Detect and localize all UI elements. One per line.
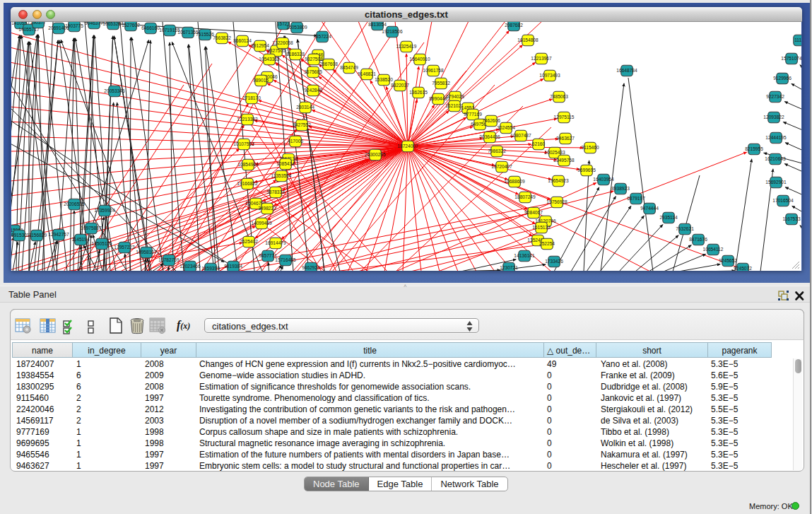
svg-text:9474444: 9474444 — [640, 206, 659, 211]
svg-text:9245652: 9245652 — [719, 258, 737, 263]
svg-text:2867608: 2867608 — [319, 62, 338, 66]
svg-text:991530: 991530 — [11, 233, 27, 238]
svg-text:9115460: 9115460 — [581, 145, 599, 150]
svg-text:7485063: 7485063 — [550, 94, 568, 99]
svg-text:7357224: 7357224 — [313, 34, 331, 39]
svg-text:8471676: 8471676 — [689, 237, 707, 242]
svg-text:6466160: 6466160 — [141, 25, 160, 30]
svg-text:10654112: 10654112 — [703, 247, 724, 252]
svg-text:7625402: 7625402 — [240, 239, 258, 244]
svg-text:16914479: 16914479 — [265, 240, 286, 245]
svg-text:6794028: 6794028 — [446, 94, 464, 99]
svg-text:16154808: 16154808 — [517, 37, 539, 42]
svg-text:6879197: 6879197 — [627, 196, 645, 201]
svg-text:2087682: 2087682 — [505, 23, 523, 28]
svg-text:7462606: 7462606 — [482, 118, 500, 123]
svg-text:10025433: 10025433 — [544, 150, 565, 155]
svg-text:17359924: 17359924 — [94, 208, 115, 213]
svg-text:15720407: 15720407 — [491, 164, 512, 169]
svg-text:10975887: 10975887 — [81, 226, 102, 230]
svg-text:12023466: 12023466 — [180, 264, 201, 269]
svg-text:18807249: 18807249 — [514, 194, 536, 199]
svg-text:11156829: 11156829 — [27, 233, 47, 238]
svg-text:19166822: 19166822 — [237, 181, 258, 186]
svg-text:25300295: 25300295 — [365, 152, 386, 157]
svg-text:10543362: 10543362 — [259, 57, 280, 62]
svg-text:9146821: 9146821 — [358, 71, 376, 76]
svg-text:9699695: 9699695 — [577, 168, 596, 173]
svg-text:62160: 62160 — [532, 141, 546, 146]
svg-text:1145194: 1145194 — [71, 237, 90, 242]
svg-text:7955812: 7955812 — [432, 81, 450, 86]
svg-text:8454749: 8454749 — [340, 65, 358, 70]
svg-text:14099489: 14099489 — [251, 221, 272, 226]
svg-text:10973493: 10973493 — [539, 73, 560, 78]
svg-text:9462920: 9462920 — [302, 265, 320, 270]
svg-text:9457771: 9457771 — [259, 253, 277, 258]
svg-text:15692901: 15692901 — [765, 180, 787, 185]
svg-text:9227342: 9227342 — [766, 94, 784, 99]
svg-text:2718170: 2718170 — [242, 95, 261, 100]
svg-text:13495758: 13495758 — [553, 158, 575, 163]
svg-text:417006: 417006 — [288, 139, 303, 144]
svg-text:3498222: 3498222 — [258, 206, 276, 211]
svg-text:12942757: 12942757 — [48, 232, 69, 237]
svg-text:19756928: 19756928 — [546, 199, 567, 204]
svg-text:15716485: 15716485 — [275, 257, 296, 262]
svg-text:16782759: 16782759 — [158, 257, 180, 262]
svg-text:16210643: 16210643 — [765, 156, 786, 161]
svg-text:20053346: 20053346 — [104, 88, 125, 93]
svg-text:16053809: 16053809 — [286, 25, 307, 30]
svg-text:20364436: 20364436 — [479, 134, 500, 139]
svg-text:12444195: 12444195 — [765, 135, 787, 140]
svg-text:16640910: 16640910 — [409, 57, 430, 62]
svg-text:8990448: 8990448 — [429, 96, 447, 101]
svg-text:11325419: 11325419 — [396, 44, 417, 49]
svg-text:989015: 989015 — [253, 78, 269, 83]
svg-text:10688609: 10688609 — [504, 179, 525, 184]
svg-text:3024554: 3024554 — [497, 125, 515, 130]
svg-text:1112: 1112 — [794, 37, 801, 42]
svg-text:10854944: 10854944 — [237, 162, 259, 167]
svg-text:15751074: 15751074 — [781, 56, 801, 61]
svg-text:8813054: 8813054 — [368, 22, 387, 27]
svg-text:7986322: 7986322 — [488, 148, 506, 153]
svg-text:16648784: 16648784 — [616, 68, 637, 73]
svg-text:9129966: 9129966 — [773, 76, 792, 81]
svg-text:8427552: 8427552 — [293, 122, 311, 127]
svg-text:17957223: 17957223 — [114, 245, 135, 250]
svg-text:8660124: 8660124 — [233, 38, 252, 43]
svg-text:1615132: 1615132 — [532, 225, 551, 230]
svg-text:10807487: 10807487 — [510, 133, 531, 138]
svg-text:12093822: 12093822 — [763, 115, 784, 119]
svg-text:1538520: 1538520 — [375, 77, 393, 82]
svg-text:10961758: 10961758 — [423, 68, 444, 73]
svg-text:1362615: 1362615 — [409, 90, 428, 95]
svg-text:252254: 252254 — [539, 241, 555, 246]
svg-text:11353594: 11353594 — [271, 173, 292, 178]
svg-text:18724007: 18724007 — [397, 144, 418, 148]
svg-text:2803144: 2803144 — [296, 105, 314, 110]
svg-text:16403954: 16403954 — [593, 177, 614, 182]
svg-text:1527602: 1527602 — [122, 23, 140, 28]
svg-text:20206535: 20206535 — [64, 201, 85, 206]
svg-text:12213382: 12213382 — [237, 117, 258, 122]
svg-text:10653267: 10653267 — [102, 22, 124, 26]
svg-text:9245072: 9245072 — [734, 266, 752, 271]
svg-text:14136141: 14136141 — [514, 253, 535, 258]
svg-text:3878334: 3878334 — [266, 189, 285, 194]
svg-text:12505115: 12505115 — [92, 241, 112, 246]
svg-text:9463627: 9463627 — [556, 136, 575, 141]
svg-text:12213967: 12213967 — [531, 56, 552, 61]
svg-text:8186328: 8186328 — [286, 52, 305, 57]
svg-text:8938923: 8938923 — [611, 186, 630, 191]
svg-text:1459399: 1459399 — [201, 266, 220, 271]
svg-text:19218506: 19218506 — [382, 29, 403, 34]
svg-text:12975115: 12975115 — [554, 115, 575, 119]
svg-text:9242848: 9242848 — [304, 88, 322, 93]
svg-text:2935114: 2935114 — [659, 215, 678, 220]
svg-text:8215955: 8215955 — [745, 146, 763, 151]
svg-text:17016504: 17016504 — [772, 198, 794, 203]
svg-text:9046377: 9046377 — [85, 22, 103, 25]
svg-text:1085434: 1085434 — [276, 161, 295, 166]
